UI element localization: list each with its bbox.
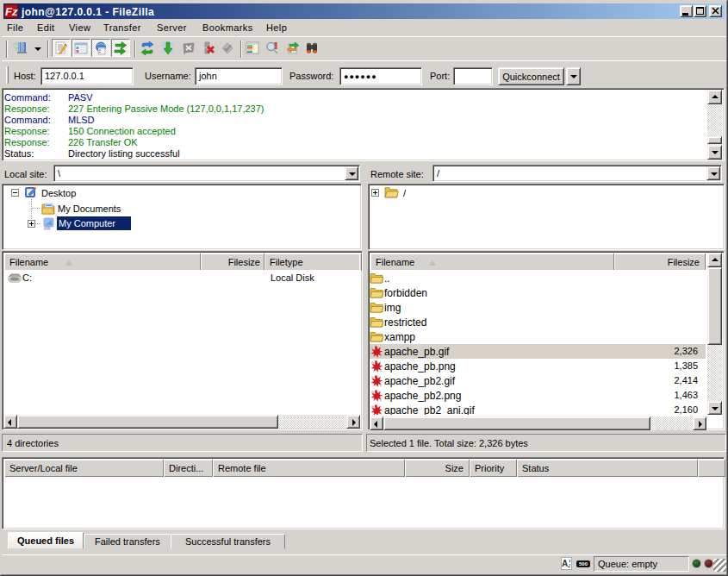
svg-text:Fz: Fz bbox=[5, 5, 18, 18]
